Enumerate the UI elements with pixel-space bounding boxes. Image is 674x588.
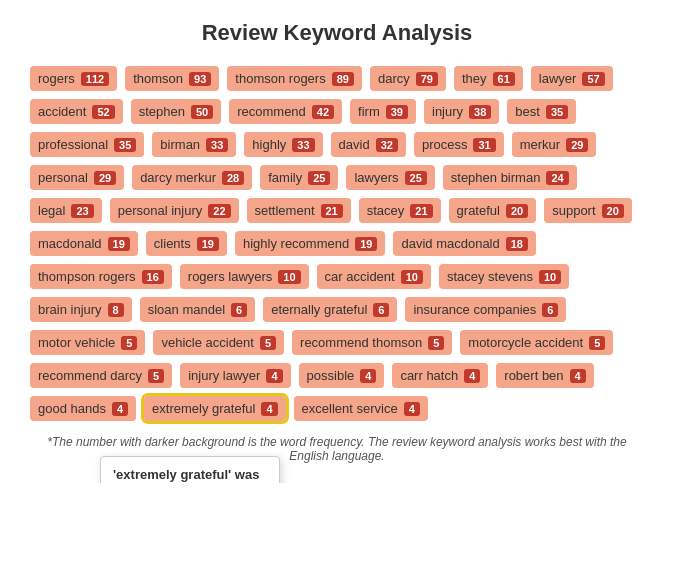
keyword-count: 18 bbox=[506, 237, 528, 251]
keyword-count: 4 bbox=[112, 402, 128, 416]
keyword-tag[interactable]: stephen birman24 bbox=[443, 165, 577, 190]
keyword-count: 4 bbox=[404, 402, 420, 416]
keyword-tag[interactable]: stacey21 bbox=[359, 198, 441, 223]
keyword-count: 52 bbox=[92, 105, 114, 119]
keyword-tag[interactable]: stacey stevens10 bbox=[439, 264, 569, 289]
keyword-tag[interactable]: motorcycle accident5 bbox=[460, 330, 613, 355]
keyword-tag[interactable]: rogers112 bbox=[30, 66, 117, 91]
keyword-label: family bbox=[268, 170, 302, 185]
keyword-count: 21 bbox=[410, 204, 432, 218]
keyword-tag[interactable]: lawyers25 bbox=[346, 165, 434, 190]
keyword-tag[interactable]: david macdonald18 bbox=[393, 231, 536, 256]
keyword-tag[interactable]: brain injury8 bbox=[30, 297, 132, 322]
keyword-tag[interactable]: recommend thomson5 bbox=[292, 330, 452, 355]
keyword-count: 21 bbox=[321, 204, 343, 218]
keyword-tag[interactable]: rogers lawyers10 bbox=[180, 264, 309, 289]
keyword-tag[interactable]: merkur29 bbox=[512, 132, 597, 157]
keyword-count: 19 bbox=[355, 237, 377, 251]
keyword-tag[interactable]: process31 bbox=[414, 132, 504, 157]
keyword-tag[interactable]: thomson rogers89 bbox=[227, 66, 362, 91]
keyword-label: stacey stevens bbox=[447, 269, 533, 284]
keyword-tag[interactable]: good hands4 bbox=[30, 396, 136, 421]
keyword-label: insurance companies bbox=[413, 302, 536, 317]
keyword-tag[interactable]: they61 bbox=[454, 66, 523, 91]
keyword-count: 89 bbox=[332, 72, 354, 86]
keyword-tag[interactable]: highly33 bbox=[244, 132, 322, 157]
keyword-tag[interactable]: personal injury22 bbox=[110, 198, 239, 223]
keyword-tag[interactable]: possible4 bbox=[299, 363, 385, 388]
keyword-label: merkur bbox=[520, 137, 560, 152]
keyword-tag[interactable]: vehicle accident5 bbox=[153, 330, 284, 355]
keyword-label: darcy bbox=[378, 71, 410, 86]
keyword-label: thompson rogers bbox=[38, 269, 136, 284]
keyword-tag[interactable]: insurance companies6 bbox=[405, 297, 566, 322]
keyword-tag[interactable]: settlement21 bbox=[247, 198, 351, 223]
keyword-count: 6 bbox=[373, 303, 389, 317]
keyword-count: 10 bbox=[401, 270, 423, 284]
keyword-label: grateful bbox=[457, 203, 500, 218]
keyword-label: settlement bbox=[255, 203, 315, 218]
keyword-tag[interactable]: eternally grateful6 bbox=[263, 297, 397, 322]
keyword-label: recommend darcy bbox=[38, 368, 142, 383]
keyword-tag[interactable]: firm39 bbox=[350, 99, 416, 124]
keyword-tag[interactable]: grateful20 bbox=[449, 198, 537, 223]
keyword-label: birman bbox=[160, 137, 200, 152]
keyword-tag[interactable]: david32 bbox=[331, 132, 406, 157]
keyword-label: brain injury bbox=[38, 302, 102, 317]
keyword-label: rogers bbox=[38, 71, 75, 86]
keyword-count: 79 bbox=[416, 72, 438, 86]
keyword-tag[interactable]: motor vehicle5 bbox=[30, 330, 145, 355]
keyword-tag[interactable]: accident52 bbox=[30, 99, 123, 124]
keyword-label: macdonald bbox=[38, 236, 102, 251]
keyword-tag[interactable]: highly recommend19 bbox=[235, 231, 385, 256]
keyword-tag[interactable]: legal23 bbox=[30, 198, 102, 223]
keyword-tag[interactable]: clients19 bbox=[146, 231, 227, 256]
keyword-tag[interactable]: stephen50 bbox=[131, 99, 222, 124]
keyword-count: 33 bbox=[206, 138, 228, 152]
keyword-tag[interactable]: best35 bbox=[507, 99, 576, 124]
keyword-label: good hands bbox=[38, 401, 106, 416]
keyword-count: 5 bbox=[260, 336, 276, 350]
keyword-count: 31 bbox=[473, 138, 495, 152]
keyword-tag[interactable]: robert ben4 bbox=[496, 363, 593, 388]
keyword-count: 4 bbox=[261, 402, 277, 416]
keyword-count: 19 bbox=[108, 237, 130, 251]
keyword-tag[interactable]: carr hatch4 bbox=[392, 363, 488, 388]
keyword-label: extremely grateful bbox=[152, 401, 255, 416]
keyword-label: thomson bbox=[133, 71, 183, 86]
keyword-tag[interactable]: darcy merkur28 bbox=[132, 165, 252, 190]
keyword-tag[interactable]: sloan mandel6 bbox=[140, 297, 255, 322]
keyword-label: david macdonald bbox=[401, 236, 499, 251]
keyword-tag[interactable]: macdonald19 bbox=[30, 231, 138, 256]
keyword-label: stacey bbox=[367, 203, 405, 218]
keyword-tag[interactable]: extremely grateful4 bbox=[144, 396, 285, 421]
keyword-tag[interactable]: birman33 bbox=[152, 132, 236, 157]
keyword-tag[interactable]: lawyer57 bbox=[531, 66, 613, 91]
keyword-label: stephen bbox=[139, 104, 185, 119]
keyword-tag[interactable]: excellent service4 bbox=[294, 396, 428, 421]
keyword-count: 38 bbox=[469, 105, 491, 119]
keyword-count: 39 bbox=[386, 105, 408, 119]
keyword-tag[interactable]: darcy79 bbox=[370, 66, 446, 91]
keyword-tag[interactable]: recommend42 bbox=[229, 99, 342, 124]
keyword-tag[interactable]: injury lawyer4 bbox=[180, 363, 290, 388]
keyword-tag[interactable]: thomson93 bbox=[125, 66, 219, 91]
keyword-label: eternally grateful bbox=[271, 302, 367, 317]
keyword-label: legal bbox=[38, 203, 65, 218]
keyword-count: 35 bbox=[114, 138, 136, 152]
keyword-label: lawyers bbox=[354, 170, 398, 185]
keyword-label: recommend thomson bbox=[300, 335, 422, 350]
keyword-count: 112 bbox=[81, 72, 109, 86]
keyword-tag[interactable]: recommend darcy5 bbox=[30, 363, 172, 388]
keyword-tag[interactable]: injury38 bbox=[424, 99, 499, 124]
keyword-count: 6 bbox=[542, 303, 558, 317]
keyword-tag[interactable]: family25 bbox=[260, 165, 338, 190]
keyword-tag[interactable]: car accident10 bbox=[317, 264, 431, 289]
keyword-tag[interactable]: thompson rogers16 bbox=[30, 264, 172, 289]
keyword-tag[interactable]: support20 bbox=[544, 198, 632, 223]
keyword-label: personal injury bbox=[118, 203, 203, 218]
keyword-tag[interactable]: professional35 bbox=[30, 132, 144, 157]
keyword-label: motorcycle accident bbox=[468, 335, 583, 350]
keyword-tag[interactable]: personal29 bbox=[30, 165, 124, 190]
keyword-label: david bbox=[339, 137, 370, 152]
